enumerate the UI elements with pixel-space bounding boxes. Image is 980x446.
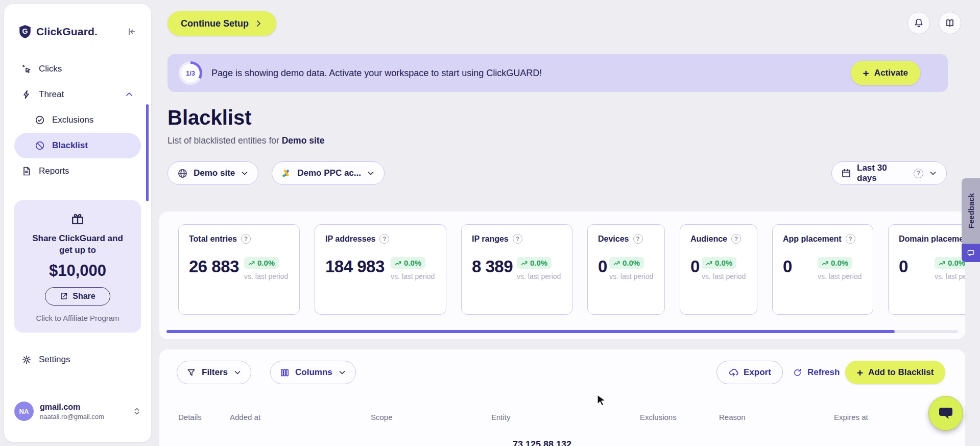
gear-icon	[21, 355, 32, 365]
stats-scrollbar-thumb[interactable]	[166, 330, 895, 333]
stat-card-total-entries: Total entries? 26 883 0.0% vs. last peri…	[178, 224, 300, 315]
ppc-account-selector[interactable]: Demo PPC ac...	[272, 161, 385, 185]
bell-icon	[914, 18, 924, 28]
survey-icon	[967, 249, 975, 257]
trend-badge: 0.0%	[702, 257, 736, 269]
stat-label: Devices	[598, 234, 629, 244]
chevron-down-icon	[233, 368, 242, 377]
column-header-details[interactable]: Details	[178, 413, 202, 421]
feedback-button[interactable]: Feedback	[962, 178, 980, 244]
stat-value: 0	[598, 257, 607, 276]
svg-text:G: G	[22, 27, 28, 35]
stat-value: 0	[690, 257, 700, 276]
stat-label: IP addresses	[325, 234, 375, 244]
column-header-added-at[interactable]: Added at	[230, 413, 260, 421]
banner-message: Page is showing demo data. Activate your…	[211, 68, 542, 79]
gift-icon	[70, 212, 85, 226]
chevron-down-icon	[929, 169, 937, 177]
user-menu[interactable]: NA gmail.com naatali.ro@gmail.com	[14, 397, 141, 426]
feedback-survey-button[interactable]	[962, 244, 980, 262]
stat-value: 0	[899, 257, 908, 276]
columns-dropdown[interactable]: Columns	[270, 361, 356, 384]
activate-button[interactable]: + Activate	[851, 61, 920, 85]
sidebar-item-reports[interactable]: Reports	[14, 158, 141, 184]
sidebar-divider	[12, 386, 143, 386]
column-header-expires-at[interactable]: Expires at	[834, 413, 868, 421]
table-header-row: Details Added at Scope Entity Exclusions…	[159, 413, 965, 430]
sidebar-collapse-icon[interactable]	[125, 25, 139, 39]
sort-chevrons-icon[interactable]	[133, 407, 141, 416]
stat-card-app-placement: App placement? 0 0.0% vs. last period	[772, 224, 873, 315]
stat-label: IP ranges	[472, 234, 509, 244]
docs-button[interactable]	[939, 12, 961, 34]
stat-card-ip-ranges: IP ranges? 8 389 0.0% vs. last period	[461, 224, 572, 315]
affiliate-promo-card[interactable]: Share ClickGuard and get up to $10,000 S…	[14, 200, 141, 333]
trend-badge: 0.0%	[609, 257, 644, 269]
share-button[interactable]: Share	[45, 287, 110, 306]
calendar-icon	[841, 168, 851, 178]
sidebar-item-threat[interactable]: Threat	[14, 82, 141, 107]
sidebar-item-clicks[interactable]: Clicks	[14, 56, 141, 82]
stats-scrollbar-track	[166, 330, 958, 333]
blacklist-table-section: Filters Columns Export Refresh	[159, 349, 965, 446]
add-to-blacklist-button[interactable]: + Add to Blacklist	[845, 361, 945, 384]
notifications-button[interactable]	[907, 12, 930, 34]
cursor-click-icon	[21, 64, 32, 74]
user-meta: gmail.com naatali.ro@gmail.com	[40, 403, 127, 420]
avatar: NA	[14, 402, 34, 421]
help-icon[interactable]: ?	[513, 234, 522, 244]
help-icon[interactable]: ?	[633, 234, 643, 244]
filters-dropdown[interactable]: Filters	[177, 361, 251, 384]
sidebar-item-label: Blacklist	[52, 140, 88, 151]
document-icon	[21, 166, 32, 176]
chat-widget-button[interactable]	[928, 396, 963, 431]
column-header-exclusions[interactable]: Exclusions	[640, 413, 677, 421]
google-ads-icon	[281, 168, 292, 178]
arrow-right-icon	[255, 19, 263, 28]
export-button[interactable]: Export	[716, 361, 783, 384]
plus-icon: +	[863, 68, 869, 79]
column-header-reason[interactable]: Reason	[719, 413, 746, 421]
help-icon[interactable]: ?	[731, 234, 741, 244]
trend-badge: 0.0%	[818, 257, 852, 269]
demo-data-banner: 1/3 Page is showing demo data. Activate …	[168, 54, 948, 92]
date-range-selector[interactable]: Last 30 days ?	[831, 161, 947, 185]
book-icon	[945, 18, 955, 28]
vs-last-period-label: vs. last period	[702, 272, 746, 281]
chevron-down-icon	[338, 368, 346, 377]
chevron-down-icon	[241, 169, 249, 177]
stat-card-ip-addresses: IP addresses? 184 983 0.0% vs. last peri…	[315, 224, 446, 315]
chevron-up-icon[interactable]	[125, 90, 134, 99]
vs-last-period-label: vs. last period	[391, 272, 435, 281]
prohibit-icon	[35, 140, 45, 151]
refresh-button[interactable]: Refresh	[787, 361, 845, 384]
table-row[interactable]: 73.125.88.132	[159, 439, 965, 446]
stat-label: Total entries	[189, 234, 237, 244]
column-header-scope[interactable]: Scope	[371, 413, 393, 421]
vs-last-period-label: vs. last period	[818, 272, 862, 281]
help-icon[interactable]: ?	[241, 234, 251, 244]
refresh-icon	[793, 368, 802, 378]
sidebar-item-settings[interactable]: Settings	[14, 347, 141, 372]
subtitle-site-name: Demo site	[282, 135, 325, 146]
user-email: naatali.ro@gmail.com	[40, 413, 127, 420]
sidebar-scrollbar[interactable]	[146, 104, 149, 201]
stat-label: Audience	[690, 234, 727, 244]
help-icon[interactable]: ?	[379, 234, 389, 244]
cloud-export-icon	[728, 367, 738, 378]
feedback-tab: Feedback	[962, 178, 980, 262]
sidebar-item-exclusions[interactable]: Exclusions	[14, 107, 141, 133]
sidebar-item-blacklist[interactable]: Blacklist	[14, 133, 141, 158]
continue-setup-button[interactable]: Continue Setup	[168, 11, 276, 36]
trend-badge: 0.0%	[244, 257, 279, 269]
site-selector[interactable]: Demo site	[168, 161, 258, 185]
help-icon[interactable]: ?	[846, 234, 855, 244]
plus-icon: +	[857, 367, 863, 378]
stat-value: 184 983	[325, 257, 385, 276]
brand-logo: G ClickGuard.	[18, 25, 139, 39]
help-icon[interactable]: ?	[914, 169, 923, 178]
stats-scroller: Total entries? 26 883 0.0% vs. last peri…	[159, 212, 965, 319]
affiliate-link[interactable]: Click to Affiliate Program	[21, 314, 134, 322]
columns-icon	[280, 368, 290, 378]
column-header-entity[interactable]: Entity	[491, 413, 511, 421]
